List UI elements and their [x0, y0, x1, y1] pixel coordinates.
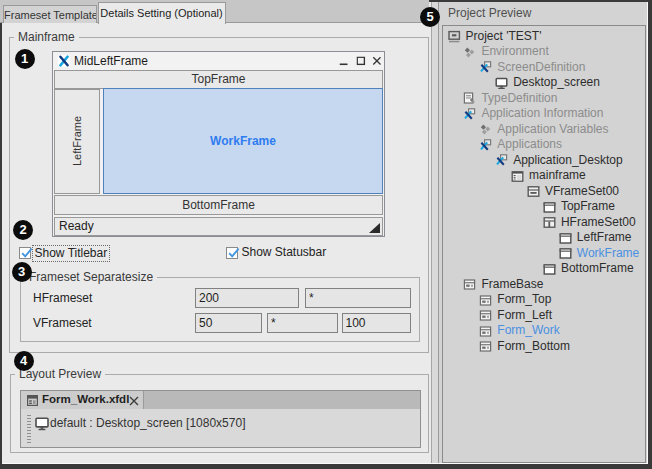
tab-details-setting[interactable]: Details Setting (Optional)	[98, 2, 226, 24]
tree-item-environment[interactable]: Environment	[443, 44, 645, 60]
tree-item-label[interactable]: mainframe	[529, 168, 586, 184]
tree-item-application-desktop[interactable]: Application_Desktop	[443, 153, 645, 169]
show-titlebar-label[interactable]: Show Titlebar	[32, 245, 111, 262]
tree-item-label[interactable]: BottomFrame	[561, 261, 634, 277]
tab-close-icon[interactable]	[129, 395, 140, 406]
layout-preview-area: Form_Work.xfdl default : Desktop_screen …	[20, 390, 421, 448]
hframeset-label: HFrameset	[33, 292, 92, 305]
show-titlebar-checkbox[interactable]	[19, 247, 31, 259]
tree-item-label[interactable]: ScreenDefinition	[497, 60, 585, 76]
callout-5: 5	[420, 7, 440, 27]
form-icon	[479, 340, 492, 358]
preview-leftframe: LeftFrame	[54, 89, 100, 194]
tab-frameset-template[interactable]: Frameset Template	[3, 5, 97, 23]
tree-item-label[interactable]: Form_Work	[497, 323, 559, 339]
tree-item-label[interactable]: Project 'TEST'	[466, 29, 542, 45]
tree-item-form-work[interactable]: Form_Work	[443, 323, 645, 339]
frameset-preview-window: MidLeftFrame TopFrame LeftFrame WorkFram…	[52, 51, 385, 237]
nexacro-logo-icon	[58, 55, 70, 70]
window-right-highlight	[647, 2, 648, 464]
callout-2: 2	[13, 220, 33, 240]
minimize-button[interactable]	[337, 52, 351, 70]
tree-item-label[interactable]: Application_Desktop	[513, 153, 622, 169]
tree-item-label[interactable]: LeftFrame	[577, 230, 632, 246]
project-tree-rows: Project 'TEST' Environment ScreenDefinit…	[443, 29, 645, 355]
tree-item-label[interactable]: HFrameSet00	[561, 215, 636, 231]
tree-item-label[interactable]: TopFrame	[561, 199, 615, 215]
tree-item-leftframe[interactable]: LeftFrame	[443, 230, 645, 246]
project-preview-title: Project Preview	[448, 6, 531, 20]
mainframe-group-title: Mainframe	[14, 31, 79, 43]
tree-item-label[interactable]: TypeDefinition	[481, 91, 557, 107]
preview-titlebar: MidLeftFrame	[53, 52, 384, 70]
callout-4: 4	[14, 351, 34, 371]
tree-item-form-bottom[interactable]: Form_Bottom	[443, 339, 645, 355]
tab-form-work-xfdl[interactable]: Form_Work.xfdl	[21, 391, 144, 409]
tree-item-label[interactable]: Environment	[481, 44, 548, 60]
tree-item-desktop-screen[interactable]: Desktop_screen	[443, 75, 645, 91]
layout-tab-label: Form_Work.xfdl	[42, 391, 129, 408]
tree-item-workframe[interactable]: WorkFrame	[443, 246, 645, 262]
tree-item-topframe[interactable]: TopFrame	[443, 199, 645, 215]
window-bottom-highlight	[2, 463, 648, 464]
tree-item-label[interactable]: WorkFrame	[577, 246, 639, 262]
form-file-icon	[27, 395, 38, 409]
resize-grip-icon[interactable]	[369, 223, 380, 233]
tree-item-vframeset00[interactable]: VFrameSet00	[443, 184, 645, 200]
show-statusbar-checkbox[interactable]	[226, 247, 238, 259]
vframeset-input-1[interactable]	[195, 313, 262, 333]
tree-item-framebase[interactable]: FrameBase	[443, 277, 645, 293]
preview-statusbar: Ready	[54, 217, 383, 236]
close-button[interactable]	[370, 52, 384, 70]
tree-item-applications[interactable]: Applications	[443, 137, 645, 153]
preview-window-title: MidLeftFrame	[74, 52, 148, 70]
vframeset-input-2[interactable]	[267, 313, 338, 333]
project-tree: Project 'TEST' Environment ScreenDefinit…	[442, 25, 646, 463]
hframeset-input-1[interactable]	[195, 288, 299, 308]
tree-item-label[interactable]: Desktop_screen	[513, 75, 600, 91]
tree-item-label[interactable]: Application Information	[481, 106, 603, 122]
tree-item-typedefinition[interactable]: TypeDefinition	[443, 91, 645, 107]
show-statusbar-label[interactable]: Show Statusbar	[240, 245, 329, 260]
tree-item-label[interactable]: Form_Left	[497, 308, 552, 324]
preview-leftframe-label: LeftFrame	[71, 116, 83, 166]
preview-workframe-label: WorkFrame	[210, 134, 276, 148]
vframeset-label: VFrameset	[33, 317, 92, 330]
tree-item-label[interactable]: Applications	[497, 137, 562, 153]
tree-item-form-top[interactable]: Form_Top	[443, 292, 645, 308]
tree-item-label[interactable]: VFrameSet00	[545, 184, 619, 200]
preview-bottomframe: BottomFrame	[54, 195, 383, 215]
tree-item-application-variables[interactable]: Application Variables	[443, 122, 645, 138]
tree-item-application-information[interactable]: Application Information	[443, 106, 645, 122]
tree-item-hframeset00[interactable]: HFrameSet00	[443, 215, 645, 231]
preview-topframe: TopFrame	[54, 70, 383, 89]
maximize-button[interactable]	[354, 52, 368, 70]
layout-default-row[interactable]: default : Desktop_screen [1080x570]	[50, 417, 245, 430]
tree-item-mainframe[interactable]: mainframe	[443, 168, 645, 184]
preview-status-text: Ready	[59, 219, 94, 233]
tree-item-form-left[interactable]: Form_Left	[443, 308, 645, 324]
desktop-screen-row-icon	[35, 417, 49, 434]
tree-item-label[interactable]: Form_Bottom	[497, 339, 570, 355]
callout-1: 1	[15, 49, 35, 69]
layout-row-grip	[27, 415, 31, 444]
tree-item-project-test-[interactable]: Project 'TEST'	[443, 29, 645, 45]
tree-item-label[interactable]: FrameBase	[481, 277, 543, 293]
tree-item-label[interactable]: Application Variables	[497, 122, 608, 138]
pane-splitter[interactable]	[431, 2, 438, 464]
tree-item-bottomframe[interactable]: BottomFrame	[443, 261, 645, 277]
callout-3: 3	[12, 262, 32, 282]
separatesize-group-title: Frameset Separatesize	[25, 271, 157, 283]
tree-item-screendefinition[interactable]: ScreenDefinition	[443, 60, 645, 76]
vframeset-input-3[interactable]	[342, 313, 411, 333]
preview-workframe: WorkFrame	[103, 88, 383, 194]
tree-item-label[interactable]: Form_Top	[497, 292, 551, 308]
hframeset-input-2[interactable]	[305, 288, 411, 308]
